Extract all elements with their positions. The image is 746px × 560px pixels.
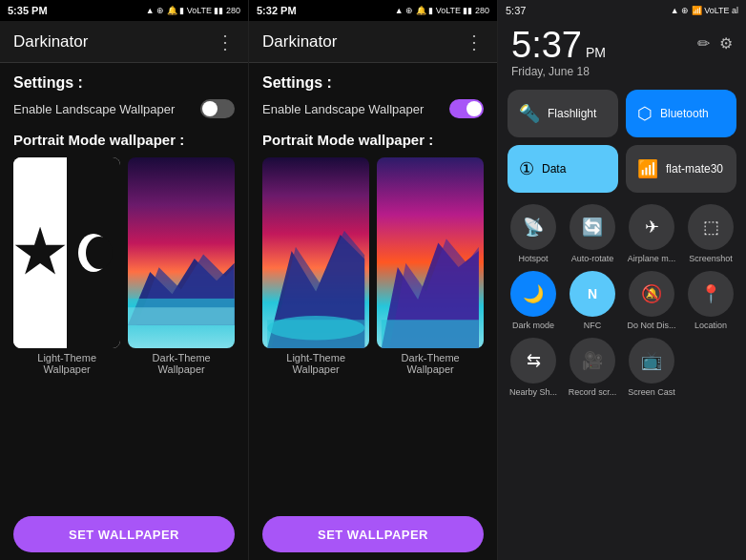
dark-caption-1: Dark-Theme Wallpaper xyxy=(128,352,235,375)
qs-tile-screenshot[interactable]: ⬚ Screenshot xyxy=(685,204,736,263)
phone-panel-2: 5:32 PM ▲ ⊕ 🔔 ▮ VoLTE ▮▮ 280 Darkinator … xyxy=(249,0,498,560)
toggle-knob-1 xyxy=(202,101,218,116)
screencast-icon: 📺 xyxy=(629,338,674,384)
nearby-icon: ⇆ xyxy=(510,338,556,384)
autorotate-label: Auto-rotate xyxy=(571,254,614,263)
dark-caption-2: Dark-Theme Wallpaper xyxy=(377,352,484,375)
qs-tile-nfc[interactable]: N NFC xyxy=(567,271,618,330)
phone-panel-1: 5:35 PM ▲ ⊕ 🔔 ▮ VoLTE ▮▮ 280 Darkinator … xyxy=(0,0,249,560)
dnd-label: Do Not Dis... xyxy=(627,321,675,330)
qs-tile-flashlight[interactable]: 🔦 Flashlight xyxy=(508,90,618,137)
qs-row-2: ① Data 📶 flat-mate30 xyxy=(508,145,736,193)
data-icon: ① xyxy=(519,158,534,179)
portrait-label-2: Portrait Mode wallpaper : xyxy=(262,132,484,148)
light-wallpaper-1[interactable] xyxy=(13,157,120,348)
qs-tile-autorotate[interactable]: 🔄 Auto-rotate xyxy=(567,204,618,263)
svg-rect-3 xyxy=(128,307,235,325)
qs-tile-nearby[interactable]: ⇆ Nearby Sh... xyxy=(508,338,559,397)
qs-date: Friday, June 18 xyxy=(511,65,733,78)
screenshot-icon: ⬚ xyxy=(688,204,734,250)
status-time-2: 5:32 PM xyxy=(257,5,297,16)
app-title-1: Darkinator xyxy=(13,32,88,52)
qs-large-tiles: 🔦 Flashlight ⬡ Bluetooth ① Data 📶 flat-m… xyxy=(498,86,746,204)
qs-row-1: 🔦 Flashlight ⬡ Bluetooth xyxy=(508,90,736,137)
data-label: Data xyxy=(542,162,566,176)
darkmode-icon: 🌙 xyxy=(510,271,556,317)
flashlight-icon: 🔦 xyxy=(519,103,540,124)
toggle-row-2: Enable Landscape Wallpaper xyxy=(262,99,484,118)
qs-tile-airplane[interactable]: ✈ Airplane m... xyxy=(626,204,677,263)
qs-tile-location[interactable]: 📍 Location xyxy=(685,271,736,330)
settings-label-2: Settings : xyxy=(262,74,484,92)
toggle-row-1: Enable Landscape Wallpaper xyxy=(13,99,235,118)
dark-wallpaper-1[interactable] xyxy=(128,157,235,348)
darkmode-label: Dark mode xyxy=(512,321,554,330)
dark-wallpaper-2[interactable] xyxy=(377,157,484,348)
qs-tile-data[interactable]: ① Data xyxy=(508,145,618,193)
qs-status-time: 5:37 xyxy=(506,5,526,16)
qs-tile-darkmode[interactable]: 🌙 Dark mode xyxy=(508,271,559,330)
dnd-icon: 🔕 xyxy=(629,271,674,317)
qs-tile-bluetooth[interactable]: ⬡ Bluetooth xyxy=(626,90,736,137)
app-title-2: Darkinator xyxy=(262,32,337,52)
screenshot-label: Screenshot xyxy=(689,254,733,263)
status-icons-2: ▲ ⊕ 🔔 ▮ VoLTE ▮▮ 280 xyxy=(395,6,489,15)
light-caption-2: Light-Theme Wallpaper xyxy=(262,352,369,375)
hotspot-icon: 📡 xyxy=(510,204,556,250)
set-wallpaper-btn-2[interactable]: SET WALLPAPER xyxy=(262,516,484,552)
wifi-icon: 📶 xyxy=(637,158,658,179)
record-label: Record scr... xyxy=(569,387,617,397)
app-bar-2: Darkinator ⋮ xyxy=(249,21,497,63)
set-wallpaper-btn-1[interactable]: SET WALLPAPER xyxy=(13,516,235,552)
app-content-1: Settings : Enable Landscape Wallpaper Po… xyxy=(0,63,248,508)
quick-settings-panel: 5:37 ▲ ⊕ 📶 VoLTE al 5:37 PM ✏ ⚙ Friday, … xyxy=(498,0,746,560)
location-icon: 📍 xyxy=(688,271,734,317)
nearby-label: Nearby Sh... xyxy=(509,387,557,397)
qs-status-bar: 5:37 ▲ ⊕ 📶 VoLTE al xyxy=(498,0,746,21)
toggle-text-2: Enable Landscape Wallpaper xyxy=(262,102,424,116)
wallpaper-row-2: Light-Theme Wallpaper Dark-Theme Wallpap… xyxy=(262,157,484,375)
settings-icon[interactable]: ⚙ xyxy=(719,34,733,52)
menu-button-1[interactable]: ⋮ xyxy=(216,31,235,53)
wifi-label: flat-mate30 xyxy=(666,162,723,176)
svg-rect-7 xyxy=(267,320,364,348)
edit-icon[interactable]: ✏ xyxy=(697,34,710,52)
qs-tile-screencast[interactable]: 📺 Screen Cast xyxy=(626,338,677,397)
qs-tile-wifi[interactable]: 📶 flat-mate30 xyxy=(626,145,736,193)
bluetooth-icon: ⬡ xyxy=(637,103,653,124)
light-caption-1: Light-Theme Wallpaper xyxy=(13,352,120,375)
status-time-1: 5:35 PM xyxy=(8,5,48,16)
wallpaper-row-1: Light-Theme Wallpaper Dark-Theme Wallpap… xyxy=(13,157,235,375)
portrait-label-1: Portrait Mode wallpaper : xyxy=(13,132,235,148)
light-wallpaper-2[interactable] xyxy=(262,157,369,348)
wallpaper-4[interactable]: Dark-Theme Wallpaper xyxy=(377,157,484,375)
autorotate-icon: 🔄 xyxy=(570,204,615,250)
status-bar-2: 5:32 PM ▲ ⊕ 🔔 ▮ VoLTE ▮▮ 280 xyxy=(249,0,497,21)
menu-button-2[interactable]: ⋮ xyxy=(465,31,484,53)
landscape-toggle-1[interactable] xyxy=(200,99,235,118)
nfc-label: NFC xyxy=(584,321,602,330)
wallpaper-1[interactable]: Light-Theme Wallpaper xyxy=(13,157,120,375)
qs-tile-dnd[interactable]: 🔕 Do Not Dis... xyxy=(626,271,677,330)
wallpaper-3[interactable]: Light-Theme Wallpaper xyxy=(262,157,369,375)
app-bar-1: Darkinator ⋮ xyxy=(0,21,248,63)
toggle-knob-2 xyxy=(466,101,482,116)
qs-small-tiles: 📡 Hotspot 🔄 Auto-rotate ✈ Airplane m... … xyxy=(498,204,746,397)
hotspot-label: Hotspot xyxy=(518,254,548,263)
qs-time-value: 5:37 xyxy=(511,27,582,63)
wallpaper-2[interactable]: Dark-Theme Wallpaper xyxy=(128,157,235,375)
qs-time: 5:37 PM xyxy=(511,27,606,63)
status-bar-1: 5:35 PM ▲ ⊕ 🔔 ▮ VoLTE ▮▮ 280 xyxy=(0,0,248,21)
app-content-2: Settings : Enable Landscape Wallpaper Po… xyxy=(249,63,497,508)
toggle-text-1: Enable Landscape Wallpaper xyxy=(13,102,175,116)
settings-label-1: Settings : xyxy=(13,74,235,92)
svg-rect-10 xyxy=(382,320,479,348)
status-icons-1: ▲ ⊕ 🔔 ▮ VoLTE ▮▮ 280 xyxy=(146,6,240,15)
qs-tile-hotspot[interactable]: 📡 Hotspot xyxy=(508,204,559,263)
landscape-toggle-2[interactable] xyxy=(449,99,484,118)
qs-tile-record[interactable]: 🎥 Record scr... xyxy=(567,338,618,397)
record-icon: 🎥 xyxy=(570,338,615,384)
flashlight-label: Flashlight xyxy=(548,107,596,120)
bluetooth-label: Bluetooth xyxy=(660,107,709,120)
location-label: Location xyxy=(694,321,727,330)
